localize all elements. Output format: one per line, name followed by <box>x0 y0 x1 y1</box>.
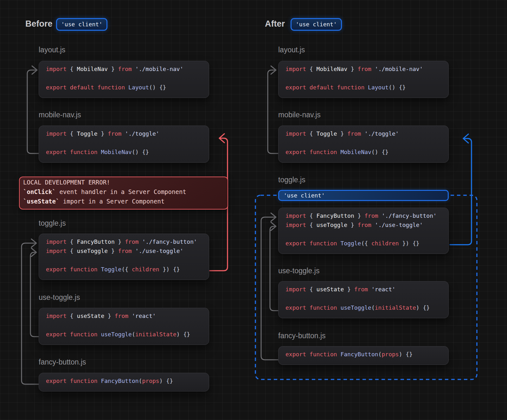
before-heading: Before <box>25 19 53 29</box>
after-use-client-badge: 'use client' <box>291 18 342 31</box>
after-heading: After <box>265 19 285 29</box>
code-block-layout-before: import { MobileNav } from './mobile-nav'… <box>39 61 209 98</box>
file-label-use-toggle-before: use-toggle.js <box>39 293 80 302</box>
arrow-mobile-nav-to-layout-before <box>27 66 39 153</box>
file-label-mobile-nav-after: mobile-nav.js <box>278 111 321 119</box>
file-label-toggle-after: toggle.js <box>278 176 305 184</box>
file-label-fancy-button-after: fancy-button.js <box>278 332 326 340</box>
before-use-client-badge: 'use client' <box>56 18 107 31</box>
arrow-use-toggle-to-toggle-after <box>270 222 278 311</box>
code-block-toggle-before: import { FancyButton } from './fancy-but… <box>39 234 209 280</box>
code-block-use-toggle-before: import { useState } from 'react'export f… <box>39 308 209 345</box>
file-label-use-toggle-after: use-toggle.js <box>278 267 319 275</box>
code-block-use-toggle-after: import { useState } from 'react'export f… <box>278 281 449 318</box>
code-block-fancy-button-after: export function FancyButton(props) {} <box>278 346 449 365</box>
arrow-fancy-button-to-toggle-before <box>22 239 39 384</box>
code-block-fancy-button-before: export function FancyButton(props) {} <box>39 373 209 391</box>
file-label-layout-before: layout.js <box>39 46 65 54</box>
code-block-mobile-nav-before: import { Toggle } from './toggle'export … <box>39 126 209 163</box>
file-label-mobile-nav-before: mobile-nav.js <box>39 111 81 119</box>
code-block-mobile-nav-after: import { Toggle } from './toggle'export … <box>278 126 449 163</box>
arrow-mobile-nav-to-layout-after <box>268 66 278 153</box>
file-label-fancy-button-before: fancy-button.js <box>39 358 86 366</box>
code-block-layout-after: import { MobileNav } from './mobile-nav'… <box>278 61 449 98</box>
arrow-fancy-button-to-toggle-after <box>261 213 278 360</box>
arrow-client-toggle-to-mobile-nav <box>450 134 472 245</box>
file-label-layout-after: layout.js <box>278 46 305 54</box>
arrow-use-toggle-to-toggle-before <box>30 248 39 337</box>
error-box: LOCAL DEVELOPMENT ERROR!`onClick` event … <box>19 177 228 210</box>
use-client-directive-banner: 'use client' <box>278 190 449 201</box>
diagram-canvas: Before 'use client' layout.js import { M… <box>0 0 507 420</box>
file-label-toggle-before: toggle.js <box>39 219 66 228</box>
code-block-toggle-after: import { FancyButton } from './fancy-but… <box>278 208 449 254</box>
